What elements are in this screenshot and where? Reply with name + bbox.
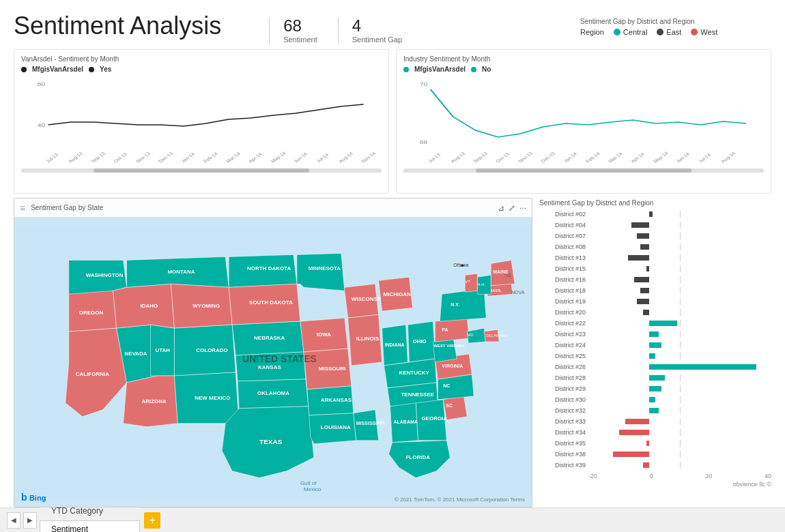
bar-zero-line: [680, 462, 681, 469]
bar-area: [588, 396, 771, 403]
bar-row: District #25: [539, 351, 771, 361]
legend-region-label: Region: [580, 28, 604, 36]
svg-text:TEXAS: TEXAS: [259, 438, 283, 445]
bar-zero-line: [680, 222, 681, 228]
expand-icon[interactable]: ⤢: [509, 203, 515, 213]
bar-segment: [646, 266, 649, 271]
legend-item-region[interactable]: Region: [580, 28, 604, 36]
bar-label: District #22: [539, 320, 588, 327]
filter-icon[interactable]: ⊿: [498, 203, 504, 213]
main-container: Sentiment Analysis 68 Sentiment 4 Sentim…: [0, 0, 785, 532]
bar-label: District #28: [539, 374, 588, 381]
bar-label: District #20: [539, 309, 588, 316]
svg-text:Jun-14: Jun-14: [293, 151, 309, 163]
map-title: Sentiment Gap by State: [31, 204, 492, 211]
svg-text:UTAH: UTAH: [155, 347, 170, 353]
bar-row: District #35: [539, 439, 771, 448]
industry-chart-title: Industry Sentiment by Month: [403, 55, 764, 63]
tab-add-btn[interactable]: +: [144, 512, 160, 529]
legend-item-central[interactable]: Central: [614, 28, 647, 36]
bar-zero-line: [680, 353, 681, 359]
bar-segment: [628, 255, 649, 261]
bar-area: [588, 276, 771, 283]
svg-text:NC: NC: [443, 383, 450, 388]
kpi-sentiment: 68 Sentiment: [283, 18, 339, 44]
bar-row: District #20: [539, 308, 771, 317]
bar-area: [588, 211, 771, 218]
vanarsdel-chart-legend: MfgisVanArsdel Yes: [21, 65, 382, 73]
bar-area: [588, 385, 771, 392]
svg-text:Jul-14: Jul-14: [315, 153, 330, 164]
svg-text:ALABAMA: ALABAMA: [394, 419, 418, 424]
bar-area: [588, 429, 771, 436]
svg-text:70: 70: [420, 81, 428, 87]
svg-text:NB: NB: [504, 273, 511, 278]
bar-area: [588, 374, 771, 381]
bar-label: District #34: [539, 429, 588, 436]
bar-label: District #38: [539, 451, 588, 458]
svg-marker-107: [433, 338, 457, 362]
vanarsdel-legend-dot2: [89, 67, 94, 72]
map-toolbar: ≡ Sentiment Gap by State ⊿ ⤢ ···: [14, 198, 532, 218]
map-copyright: © 2021 TomTom, © 2021 Microsoft Corporat…: [395, 497, 525, 503]
svg-text:Jan-14: Jan-14: [562, 151, 578, 163]
svg-text:PA: PA: [442, 327, 448, 332]
svg-text:ILLINOIS: ILLINOIS: [356, 336, 380, 342]
legend-item-west[interactable]: West: [691, 28, 717, 36]
svg-text:MISSISSIPPI: MISSISSIPPI: [356, 421, 385, 426]
tab-sentiment[interactable]: Sentiment: [40, 520, 140, 533]
svg-text:Mar-14: Mar-14: [608, 151, 623, 164]
svg-text:Aug-13: Aug-13: [68, 151, 84, 164]
svg-text:WASHINGTON: WASHINGTON: [86, 272, 124, 278]
tab-prev-btn[interactable]: ◀: [7, 512, 20, 529]
bar-row: District #04: [539, 220, 771, 230]
region-filter: Sentiment Gap by District and Region Reg…: [580, 18, 771, 36]
bar-segment: [634, 277, 649, 282]
legend-item-east[interactable]: East: [657, 28, 681, 36]
svg-text:Nov-13: Nov-13: [517, 151, 534, 164]
more-icon[interactable]: ···: [519, 203, 526, 213]
kpi-section: 68 Sentiment 4 Sentiment Gap: [269, 18, 436, 44]
bar-area: [588, 254, 771, 261]
vanarsdel-scrollbar[interactable]: [21, 168, 382, 173]
bar-label: District #13: [539, 254, 588, 261]
bar-zero-line: [680, 385, 681, 392]
bar-zero-line: [680, 342, 681, 349]
bar-label: District #24: [539, 342, 588, 349]
bar-label: District #29: [539, 385, 588, 392]
svg-point-127: [461, 264, 463, 267]
bar-row: District #33: [539, 417, 771, 426]
svg-text:40: 40: [38, 122, 46, 128]
bar-row: District #18: [539, 286, 771, 295]
svg-text:CALIFORNIA: CALIFORNIA: [76, 371, 109, 377]
vanarsdel-scrollbar-thumb: [94, 168, 310, 173]
svg-text:Dec-13: Dec-13: [158, 151, 174, 164]
charts-row: VanArsdel - Sentiment by Month MfgisVanA…: [0, 44, 785, 194]
legend-central-dot: [614, 29, 620, 35]
us-map-svg: WASHINGTON OREGON CALIFORNIA NEVADA IDAH…: [14, 218, 532, 507]
bar-zero-line: [680, 320, 681, 327]
vanarsdel-legend-dot: [21, 67, 27, 72]
industry-chart-svg: 70 68 Jul-13 Aug-13 Sep-13 Oct-13 Nov-13…: [403, 76, 764, 164]
svg-text:MD: MD: [467, 333, 474, 337]
legend-east-dot: [657, 29, 663, 35]
bar-segment: [640, 288, 649, 293]
bar-area: [588, 287, 771, 294]
svg-text:Nov-13: Nov-13: [135, 151, 152, 164]
industry-chart-legend: MfgisVanArsdel No: [403, 65, 764, 73]
svg-text:Aug-13: Aug-13: [450, 151, 466, 164]
kpi-gap-value: 4: [352, 18, 402, 34]
bar-chart-panel: Sentiment Gap by District and Region Dis…: [539, 198, 771, 507]
svg-text:VT: VT: [465, 280, 470, 284]
industry-scrollbar[interactable]: [403, 168, 764, 173]
tab-next-btn[interactable]: ▶: [23, 512, 37, 529]
bar-area: [588, 364, 771, 370]
svg-text:Apr-14: Apr-14: [248, 152, 263, 164]
svg-text:Aug-14: Aug-14: [720, 151, 737, 164]
industry-legend-sub: No: [482, 65, 491, 73]
bar-area: [588, 418, 771, 425]
map-drag-handle-icon: ≡: [20, 203, 25, 213]
svg-text:May-14: May-14: [653, 151, 670, 164]
bar-zero-line: [680, 287, 681, 294]
svg-text:WYOMING: WYOMING: [192, 303, 220, 309]
